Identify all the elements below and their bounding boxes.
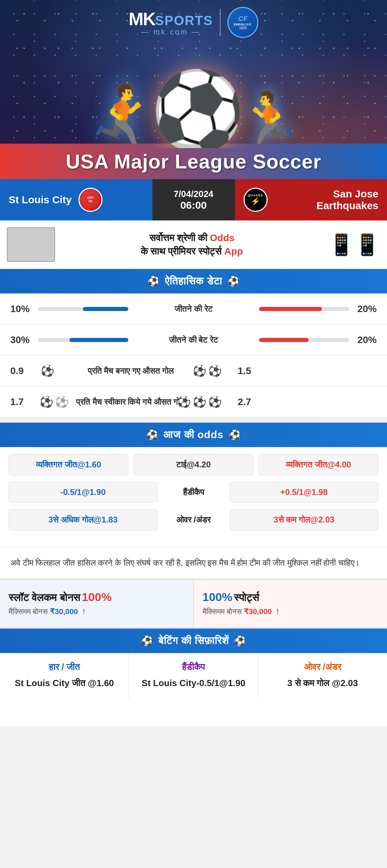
odds-handicap-left[interactable]: -0.5/1@1.90	[9, 482, 158, 503]
bonus-slot-title: स्लॉट वेलकम बोनस	[9, 592, 80, 604]
bonus-slot-amount: ₹30,000	[50, 607, 78, 616]
stat-betrate-fill-left	[69, 338, 128, 342]
odds-over-left[interactable]: 3से अधिक गोल@1.83	[9, 509, 158, 530]
odds-tie[interactable]: टाई@4.20	[133, 454, 253, 475]
quakes-badge: QUAKES ⚡	[244, 188, 268, 212]
stat-winrate-fill-left	[83, 307, 128, 311]
mk-brand-text: MK	[129, 9, 155, 29]
bonus-left-subtitle-row: मैक्सिमम बोनस ₹30,000 ！	[9, 607, 88, 617]
player-figure-1: 🏃	[84, 86, 161, 148]
bonus-slot-percent: 100%	[82, 590, 112, 604]
bonus-left-title-row: स्लॉट वेलकम बोनस 100%	[9, 590, 112, 604]
match-date: 7/04/2024	[174, 189, 214, 199]
rec-handicap-value: St Louis City-0.5/1@1.90	[136, 676, 251, 690]
stat-goals-conceded-right-val: 2.7	[224, 396, 251, 407]
goals-scored-right-ball-2: ⚽	[208, 364, 222, 378]
stats-section: 10% जीतने की रेट 20% 30% जीतने की बेट रे…	[0, 293, 387, 417]
stat-goals-conceded-label: प्रति मैच स्वीकार किये गये औसत गोल	[72, 397, 189, 407]
quakes-icon: ⚡	[251, 197, 260, 206]
odds-section-title: आज की odds	[163, 429, 223, 441]
promo-banner[interactable]: सर्वोत्तम श्रेणी की Odds के साथ प्रीमियर…	[0, 220, 387, 269]
bonus-slot-subtitle: मैक्सिमम बोनस	[9, 607, 48, 616]
stat-betrate-left-val: 30%	[10, 334, 38, 345]
stat-winrate-fill-right	[259, 307, 322, 311]
stat-winrate-bar-left	[38, 307, 128, 311]
stlouis-badge-inner: CITYSC	[82, 191, 99, 208]
empoli-name: EMPOLI F.C.	[234, 23, 252, 26]
promo-phones: 📱📱	[329, 232, 380, 257]
stat-winrate-label: जीतने की रेट	[135, 304, 252, 314]
stat-winrate-left-val: 10%	[10, 303, 38, 314]
league-title-bar: USA Major League Soccer	[0, 144, 387, 179]
header-banner: MK SPORTS — mk.com — CF EMPOLI F.C. 1920…	[0, 0, 387, 179]
rec-section-title: बेटिंग की सिफ़ारिशें	[158, 635, 229, 647]
bonus-sports-subtitle: मैक्सिमम बोनस	[203, 607, 242, 616]
bonus-right-subtitle-row: मैक्सिमम बोनस ₹30,000 ！	[203, 607, 282, 617]
empoli-badge: CF EMPOLI F.C. 1920	[227, 7, 258, 38]
odds-win-right[interactable]: व्यक्तिगत जीत@4.00	[259, 454, 378, 475]
odds-row-3: 3से अधिक गोल@1.83 ओवर /अंडर 3से कम गोल@2…	[9, 509, 378, 530]
rec-ball-icon-left: ⚽	[141, 635, 153, 647]
bonus-left[interactable]: स्लॉट वेलकम बोनस 100% मैक्सिमम बोनस ₹30,…	[0, 580, 194, 627]
promo-text: सर्वोत्तम श्रेणी की Odds के साथ प्रीमियर…	[62, 231, 322, 258]
rec-winlose-title: हार / जीत	[7, 662, 122, 672]
goals-conceded-ball-2: ⚽	[55, 395, 69, 409]
sports-brand-text: SPORTS	[155, 13, 213, 28]
logo-area: MK SPORTS — mk.com — CF EMPOLI F.C. 1920	[0, 7, 387, 38]
odds-under-right[interactable]: 3से कम गोल@2.03	[230, 509, 379, 530]
odds-win-left[interactable]: व्यक्तिगत जीत@1.60	[9, 454, 128, 475]
odds-section: व्यक्तिगत जीत@1.60 टाई@4.20 व्यक्तिगत जी…	[0, 447, 387, 547]
empoli-cf: CF	[238, 15, 248, 23]
rec-overunder-value: 3 से कम गोल @2.03	[265, 676, 380, 690]
stat-winrate-bar-right	[259, 307, 350, 311]
rec-col-overunder: ओवर /अंडर 3 से कम गोल @2.03	[258, 653, 387, 699]
bottom-spacer	[0, 712, 387, 726]
rec-col-winlose: हार / जीत St Louis City जीत @1.60	[0, 653, 129, 699]
odds-overunder-label: ओवर /अंडर	[163, 515, 225, 525]
player-figure-3: 🏃	[235, 93, 304, 148]
goals-scored-right-ball-1: ⚽	[193, 364, 206, 378]
stat-goals-scored-label: प्रति मैच बनाए गए औसत गोल	[72, 366, 189, 376]
brand-url: — mk.com —	[141, 28, 201, 37]
recommendations-section: हार / जीत St Louis City जीत @1.60 हैंडीक…	[0, 653, 387, 712]
odds-handicap-right[interactable]: +0.5/1@1.98	[230, 482, 379, 503]
historical-ball-icon-left: ⚽	[148, 276, 160, 287]
stat-betrate-bar-right	[259, 338, 350, 342]
odds-section-header: ⚽ आज की odds ⚽	[0, 423, 387, 447]
stat-goals-scored-right-val: 1.5	[224, 365, 251, 376]
analysis-section: अवे टीम फिलहाल जीत हासिल करने के लिए संघ…	[0, 547, 387, 579]
stat-winrate-right-val: 20%	[349, 303, 377, 314]
stat-row-winrate: 10% जीतने की रेट 20%	[0, 293, 387, 324]
bonus-sports-suffix: ！	[274, 607, 281, 616]
stat-goals-scored-left-val: 0.9	[10, 365, 38, 376]
rec-winlose-value: St Louis City जीत @1.60	[7, 676, 122, 690]
promo-line1: सर्वोत्तम श्रेणी की	[149, 232, 207, 243]
bonus-right[interactable]: 100% स्पोर्ट्स मैक्सिमम बोनस ₹30,000 ！	[194, 580, 387, 627]
match-bar: St Louis City CITYSC 7/04/2024 06:00 QUA…	[0, 179, 387, 220]
promo-highlight: Odds	[210, 232, 235, 243]
team-left-name: St Louis City	[9, 194, 72, 206]
stat-row-goals-conceded: 1.7 ⚽ ⚽ प्रति मैच स्वीकार किये गये औसत ग…	[0, 386, 387, 417]
goals-conceded-ball-1: ⚽	[40, 395, 53, 409]
stat-row-goals-scored: 0.9 ⚽ प्रति मैच बनाए गए औसत गोल ⚽ ⚽ 1.5	[0, 355, 387, 386]
odds-row-1: व्यक्तिगत जीत@1.60 टाई@4.20 व्यक्तिगत जी…	[9, 454, 378, 475]
team-right-section: QUAKES ⚡ San Jose Earthquakes	[235, 179, 387, 220]
mk-sports-logo: MK SPORTS — mk.com —	[129, 9, 213, 37]
odds-row-2: -0.5/1@1.90 हैंडीकैप +0.5/1@1.98	[9, 482, 378, 503]
promo-text-area: सर्वोत्तम श्रेणी की Odds के साथ प्रीमियर…	[62, 231, 322, 258]
bonus-sports-title: स्पोर्ट्स	[234, 592, 259, 604]
bonus-slot-suffix: ！	[80, 607, 88, 616]
rec-handicap-title: हैंडीकैप	[136, 662, 251, 672]
league-title-text: USA Major League Soccer	[66, 150, 321, 173]
stat-betrate-right-val: 20%	[349, 334, 377, 345]
goals-scored-ball-1: ⚽	[41, 364, 54, 378]
promo-image-placeholder	[7, 227, 55, 262]
rec-row: हार / जीत St Louis City जीत @1.60 हैंडीक…	[0, 653, 387, 699]
bonus-section[interactable]: स्लॉट वेलकम बोनस 100% मैक्सिमम बोनस ₹30,…	[0, 579, 387, 629]
rec-overunder-title: ओवर /अंडर	[265, 662, 380, 672]
bonus-sports-amount: ₹30,000	[244, 607, 272, 616]
rec-section-header: ⚽ बेटिंग की सिफ़ारिशें ⚽	[0, 629, 387, 653]
team-left-section: St Louis City CITYSC	[0, 179, 152, 220]
stat-betrate-bar-left	[38, 338, 128, 342]
promo-line2: के साथ प्रीमियर स्पोर्ट्स	[141, 246, 222, 257]
